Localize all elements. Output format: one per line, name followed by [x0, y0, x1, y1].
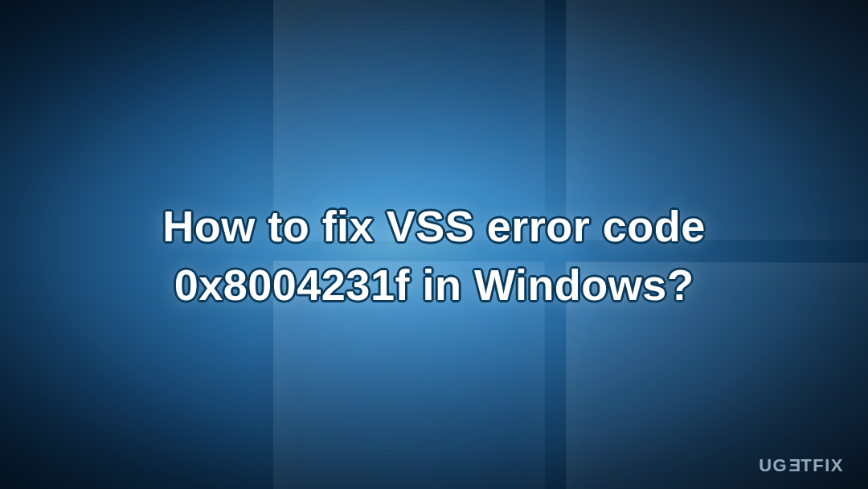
title-line-1: How to fix VSS error code — [162, 202, 706, 250]
article-title: How to fix VSS error code 0x8004231f in … — [0, 197, 868, 314]
watermark-special-char: E — [788, 455, 800, 476]
title-line-2: 0x8004231f in Windows? — [174, 261, 694, 309]
watermark-logo: UGETFIX — [759, 455, 844, 476]
watermark-prefix: UG — [759, 455, 788, 475]
watermark-suffix: TFIX — [800, 455, 844, 475]
